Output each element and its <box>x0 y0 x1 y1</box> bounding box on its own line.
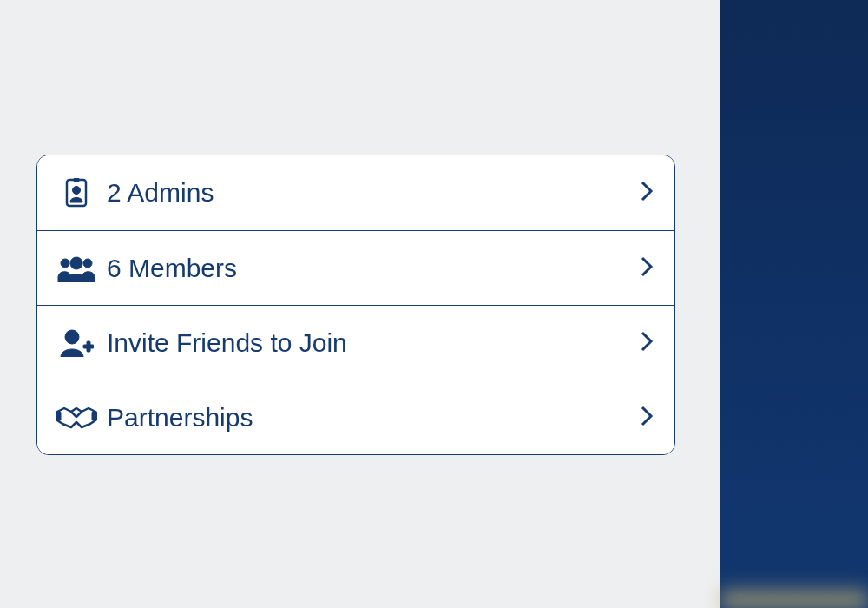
menu-item-label: Partnerships <box>98 403 640 433</box>
menu-item-members[interactable]: 6 Members <box>37 230 674 305</box>
handshake-icon <box>55 405 98 431</box>
svg-point-3 <box>70 257 82 269</box>
menu-item-label: 6 Members <box>98 254 640 283</box>
svg-point-2 <box>73 187 81 195</box>
menu-item-admins[interactable]: 2 Admins <box>37 155 674 230</box>
chevron-right-icon <box>640 330 654 356</box>
chevron-right-icon <box>640 255 654 281</box>
svg-rect-9 <box>56 412 61 420</box>
page-background-right-glow <box>720 582 868 608</box>
user-plus-icon <box>55 329 98 357</box>
menu-item-label: 2 Admins <box>98 178 640 208</box>
menu-item-partnerships[interactable]: Partnerships <box>37 380 674 454</box>
chevron-right-icon <box>640 180 654 206</box>
svg-rect-8 <box>87 341 90 352</box>
svg-point-6 <box>65 330 79 344</box>
svg-rect-1 <box>74 178 79 182</box>
svg-point-4 <box>61 259 69 268</box>
id-badge-icon <box>55 178 98 208</box>
group-menu-panel: 2 Admins 6 Members <box>36 155 675 455</box>
menu-item-invite[interactable]: Invite Friends to Join <box>37 305 674 380</box>
page-background-right <box>720 0 868 608</box>
chevron-right-icon <box>640 405 654 431</box>
svg-rect-10 <box>92 412 97 420</box>
users-icon <box>55 254 98 282</box>
menu-item-label: Invite Friends to Join <box>98 328 640 358</box>
svg-point-5 <box>83 259 92 268</box>
